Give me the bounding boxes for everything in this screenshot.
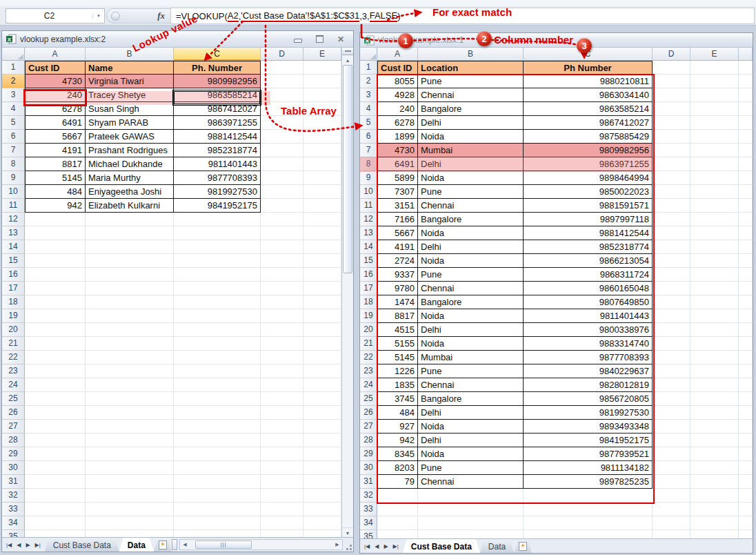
row-header-33[interactable]: 33 — [360, 503, 377, 516]
cell-E19[interactable] — [304, 309, 341, 323]
cell-B20[interactable] — [86, 323, 174, 337]
row-header-15[interactable]: 15 — [2, 254, 25, 268]
row-header-8[interactable]: 8 — [2, 157, 25, 171]
cell-E14[interactable] — [690, 240, 739, 254]
cell-B34[interactable] — [418, 516, 524, 530]
cell-D13[interactable] — [653, 226, 690, 240]
cell-B13[interactable] — [86, 226, 174, 240]
cell-E12[interactable] — [304, 213, 341, 226]
cell-E15[interactable] — [304, 254, 341, 268]
cell-E28[interactable] — [304, 434, 341, 447]
cell-B25[interactable] — [86, 392, 174, 406]
cell-A2[interactable]: 8055 — [377, 75, 418, 88]
cell-B24[interactable]: Chennai — [418, 378, 524, 392]
cell-B12[interactable]: Bangalore — [418, 213, 524, 226]
row-header-15[interactable]: 15 — [360, 254, 377, 268]
cell-D14[interactable] — [653, 240, 690, 254]
cell-B22[interactable]: Mumbai — [418, 351, 524, 364]
cell-B3[interactable]: Tracey Shetye — [86, 88, 174, 102]
vertical-scrollbar[interactable]: ▲ ▼ — [341, 48, 353, 538]
cell-D23[interactable] — [261, 364, 304, 378]
cell-F23[interactable] — [739, 364, 753, 378]
cell-C28[interactable]: 9841952175 — [524, 434, 653, 447]
row-header-3[interactable]: 3 — [360, 88, 377, 102]
cell-A23[interactable] — [25, 364, 86, 378]
cell-A8[interactable]: 6491 — [377, 157, 418, 171]
cell-B30[interactable]: Pune — [418, 461, 524, 475]
cell-B28[interactable] — [86, 434, 174, 447]
col-header-B[interactable]: B — [418, 48, 524, 61]
cell-E9[interactable] — [690, 171, 739, 185]
cell-D33[interactable] — [261, 503, 304, 516]
cell-E10[interactable] — [304, 185, 341, 199]
cell-B32[interactable] — [86, 489, 174, 503]
cell-C7[interactable]: 9852318774 — [174, 144, 261, 157]
cell-C13[interactable]: 9881412544 — [524, 226, 653, 240]
cell-F1[interactable] — [739, 61, 753, 75]
cell-C23[interactable]: 9840229637 — [524, 364, 653, 378]
cell-E26[interactable] — [690, 406, 739, 420]
cell-A30[interactable] — [25, 461, 86, 475]
cell-D19[interactable] — [653, 309, 690, 323]
cell-A13[interactable] — [25, 226, 86, 240]
cell-B32[interactable] — [418, 489, 524, 503]
cell-A22[interactable]: 5145 — [377, 351, 418, 364]
cell-D21[interactable] — [653, 337, 690, 351]
row-header-14[interactable]: 14 — [360, 240, 377, 254]
cell-A10[interactable]: 7307 — [377, 185, 418, 199]
row-header-3[interactable]: 3 — [2, 88, 25, 102]
cell-E8[interactable] — [304, 157, 341, 171]
cell-D25[interactable] — [653, 392, 690, 406]
cell-A21[interactable]: 5155 — [377, 337, 418, 351]
cell-C18[interactable] — [174, 295, 261, 309]
cell-C31[interactable]: 9897825235 — [524, 475, 653, 489]
cell-C22[interactable]: 9877708393 — [524, 351, 653, 364]
sheet-tab-cust-base-data[interactable]: Cust Base Data — [403, 539, 480, 553]
cell-C25[interactable] — [174, 392, 261, 406]
cell-E11[interactable] — [304, 199, 341, 213]
cell-F34[interactable] — [739, 516, 753, 530]
cell-B1[interactable]: Location — [418, 61, 524, 75]
cell-C9[interactable]: 9898464994 — [524, 171, 653, 185]
cell-D7[interactable] — [261, 144, 304, 157]
cell-B18[interactable]: Bangalore — [418, 295, 524, 309]
cell-A19[interactable] — [25, 309, 86, 323]
cell-D24[interactable] — [261, 378, 304, 392]
cell-C11[interactable]: 9841952175 — [174, 199, 261, 213]
cell-A11[interactable]: 3151 — [377, 199, 418, 213]
cell-B11[interactable]: Elizabeth Kulkarni — [86, 199, 174, 213]
row-header-18[interactable]: 18 — [360, 295, 377, 309]
cell-A27[interactable] — [25, 420, 86, 434]
cell-A12[interactable]: 7166 — [377, 213, 418, 226]
cell-B14[interactable] — [86, 240, 174, 254]
next-sheet-icon[interactable]: ▶ — [26, 542, 30, 548]
cell-C19[interactable] — [174, 309, 261, 323]
cell-F19[interactable] — [739, 309, 753, 323]
cell-F14[interactable] — [739, 240, 753, 254]
cell-A23[interactable]: 1226 — [377, 364, 418, 378]
cell-C34[interactable] — [524, 516, 653, 530]
cell-E31[interactable] — [690, 475, 739, 489]
insert-worksheet-button[interactable]: ✶ — [154, 538, 172, 552]
cell-A10[interactable]: 484 — [25, 185, 86, 199]
cell-B3[interactable]: Chennai — [418, 88, 524, 102]
scroll-left-icon[interactable]: ◀ — [180, 542, 190, 547]
first-sheet-icon[interactable]: |◀ — [364, 543, 370, 549]
hscrollbar-thumb[interactable] — [195, 541, 252, 549]
col-header-E[interactable]: E — [690, 48, 739, 61]
cell-B22[interactable] — [86, 351, 174, 364]
row-header-8[interactable]: 8 — [360, 157, 377, 171]
cell-D5[interactable] — [261, 116, 304, 130]
row-header-34[interactable]: 34 — [360, 516, 377, 530]
cell-B2[interactable]: Pune — [418, 75, 524, 88]
row-header-21[interactable]: 21 — [360, 337, 377, 351]
cell-C26[interactable]: 9819927530 — [524, 406, 653, 420]
cell-A28[interactable] — [25, 434, 86, 447]
first-sheet-icon[interactable]: |◀ — [6, 542, 12, 548]
row-header-20[interactable]: 20 — [360, 323, 377, 337]
row-header-11[interactable]: 11 — [2, 199, 25, 213]
cell-D5[interactable] — [653, 116, 690, 130]
cell-D29[interactable] — [261, 447, 304, 461]
cell-A8[interactable]: 8817 — [25, 157, 86, 171]
cell-A33[interactable] — [377, 503, 418, 516]
